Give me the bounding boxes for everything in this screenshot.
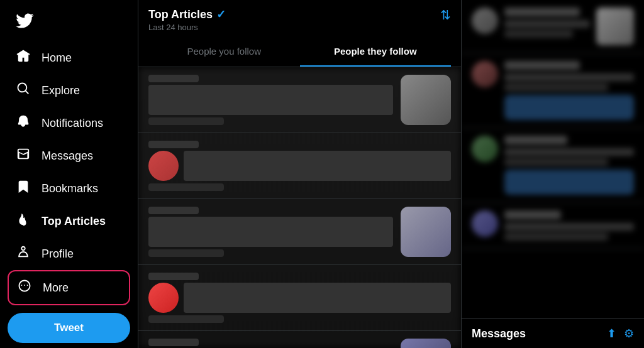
sidebar-item-profile-label: Profile: [42, 247, 74, 261]
article-thumbnail: [401, 339, 451, 348]
fire-icon: [15, 212, 31, 230]
tabs: People you follow People they follow: [148, 37, 451, 67]
right-tweet-item[interactable]: [462, 203, 644, 249]
article-item[interactable]: [138, 133, 461, 199]
sidebar-item-messages-label: Messages: [42, 150, 93, 163]
article-thumbnail: [401, 207, 451, 257]
article-item[interactable]: [138, 199, 461, 265]
home-icon: [15, 49, 31, 67]
main-title: Top Articles ✓: [148, 8, 226, 21]
filter-icon[interactable]: ⇅: [440, 8, 451, 23]
sidebar-item-more-label: More: [43, 281, 69, 295]
twitter-logo[interactable]: [8, 5, 130, 39]
right-panel-content: [462, 0, 644, 318]
mail-icon: [15, 147, 31, 165]
sidebar: Home Explore Notifications Messages Book…: [0, 0, 138, 348]
sidebar-item-top-articles[interactable]: Top Articles: [8, 205, 130, 237]
article-item[interactable]: [138, 331, 461, 348]
explore-icon: [15, 82, 31, 99]
right-tweet-item[interactable]: [462, 128, 644, 203]
sidebar-item-messages[interactable]: Messages: [8, 139, 130, 172]
main-header: Top Articles ✓ Last 24 hours ⇅ People yo…: [138, 0, 461, 67]
article-item[interactable]: [138, 265, 461, 331]
article-item[interactable]: [138, 67, 461, 133]
verified-badge-icon: ✓: [216, 8, 226, 21]
right-panel: Messages ⬆ ⚙: [462, 0, 644, 348]
tweet-button[interactable]: Tweet: [8, 313, 130, 343]
right-avatar: [472, 210, 498, 237]
sidebar-item-bookmarks[interactable]: Bookmarks: [8, 172, 130, 205]
main-content: Top Articles ✓ Last 24 hours ⇅ People yo…: [138, 0, 462, 348]
tab-people-you-follow[interactable]: People you follow: [148, 37, 300, 67]
right-avatar: [472, 136, 498, 162]
sidebar-item-more[interactable]: More: [8, 270, 130, 305]
article-feed: [138, 67, 461, 348]
messages-bar: Messages ⬆ ⚙: [462, 318, 644, 348]
tab-people-they-follow[interactable]: People they follow: [300, 37, 452, 67]
new-message-icon[interactable]: ⬆: [607, 327, 616, 340]
more-icon: [16, 279, 33, 296]
article-thumbnail: [401, 75, 451, 125]
settings-icon[interactable]: ⚙: [624, 327, 634, 340]
messages-label: Messages: [472, 327, 526, 340]
right-media-thumb: [596, 8, 634, 45]
bell-icon: [15, 114, 31, 132]
right-tweet-item[interactable]: [462, 0, 644, 53]
right-avatar: [472, 8, 498, 34]
messages-icons: ⬆ ⚙: [607, 327, 634, 340]
right-tweet-item[interactable]: [462, 53, 644, 128]
right-avatar: [472, 61, 498, 87]
user-account[interactable]: ···: [8, 343, 130, 348]
sidebar-item-profile[interactable]: Profile: [8, 237, 130, 270]
sidebar-item-home-label: Home: [42, 52, 72, 65]
sidebar-item-explore[interactable]: Explore: [8, 74, 130, 107]
person-icon: [15, 245, 31, 263]
sidebar-item-home[interactable]: Home: [8, 41, 130, 74]
sidebar-item-top-articles-label: Top Articles: [42, 215, 106, 228]
sidebar-item-bookmarks-label: Bookmarks: [42, 182, 98, 195]
main-subtitle: Last 24 hours: [148, 23, 226, 32]
sidebar-item-notifications-label: Notifications: [42, 117, 103, 130]
bookmark-icon: [15, 180, 31, 197]
sidebar-item-explore-label: Explore: [42, 84, 80, 97]
sidebar-item-notifications[interactable]: Notifications: [8, 107, 130, 139]
